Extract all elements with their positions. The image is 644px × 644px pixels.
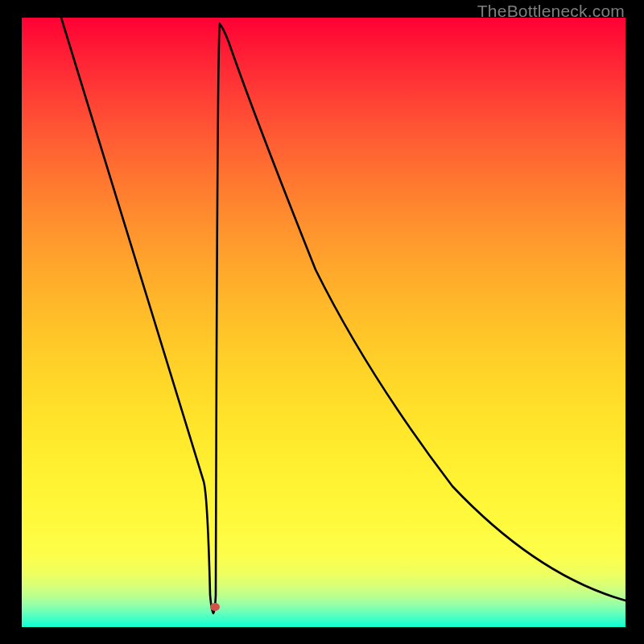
bottleneck-curve — [61, 18, 625, 613]
curve-minimum-marker — [210, 603, 220, 611]
chart-svg — [22, 18, 625, 627]
watermark-text: TheBottleneck.com — [477, 2, 625, 21]
